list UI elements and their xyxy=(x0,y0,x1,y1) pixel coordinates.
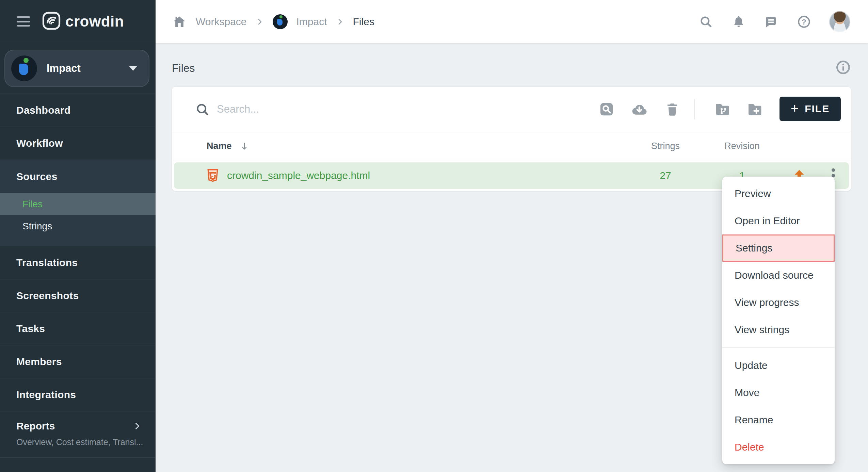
search-icon[interactable] xyxy=(698,14,713,29)
menu-item-settings[interactable]: Settings xyxy=(722,234,835,262)
user-avatar[interactable] xyxy=(829,11,850,32)
file-name[interactable]: crowdin_sample_webpage.html xyxy=(227,162,370,189)
sidebar-logo-row: crowdin xyxy=(0,0,156,43)
sidebar-item-translations[interactable]: Translations xyxy=(0,246,156,279)
project-name: Impact xyxy=(47,62,81,75)
sidebar-item-members[interactable]: Members xyxy=(0,345,156,378)
project-selector[interactable]: Impact xyxy=(4,50,149,87)
breadcrumb: Workspace Impact Files xyxy=(156,14,374,29)
sidebar-nav: Dashboard Workflow Sources Files Strings… xyxy=(0,94,156,458)
menu-item-rename[interactable]: Rename xyxy=(722,406,835,434)
file-strings-count: 27 xyxy=(631,162,700,189)
add-file-button-label: FILE xyxy=(805,103,830,115)
search-input[interactable] xyxy=(217,98,523,121)
chevron-right-icon xyxy=(132,421,142,431)
menu-item-delete[interactable]: Delete xyxy=(722,434,835,461)
info-icon[interactable] xyxy=(835,60,851,77)
caret-down-icon xyxy=(129,66,137,71)
sidebar-item-dashboard[interactable]: Dashboard xyxy=(0,94,156,127)
menu-item-view-progress[interactable]: View progress xyxy=(722,289,835,316)
add-file-button[interactable]: + FILE xyxy=(779,97,841,121)
reports-subtitle: Overview, Cost estimate, Transl... xyxy=(16,437,142,447)
messages-icon[interactable] xyxy=(764,14,779,29)
home-icon[interactable] xyxy=(172,14,187,29)
toolbar-divider xyxy=(694,99,695,119)
search-icon xyxy=(195,102,210,118)
topbar: Workspace Impact Files ? xyxy=(156,0,868,43)
help-icon[interactable]: ? xyxy=(797,14,811,29)
sidebar-item-files[interactable]: Files xyxy=(0,193,156,215)
chevron-right-icon xyxy=(256,18,264,26)
column-header-name[interactable]: Name xyxy=(207,141,232,151)
notifications-bell-icon[interactable] xyxy=(731,14,746,29)
column-header-strings[interactable]: Strings xyxy=(631,132,700,160)
sidebar-item-tasks[interactable]: Tasks xyxy=(0,312,156,345)
reports-label: Reports xyxy=(16,420,55,432)
crowdin-logo-text: crowdin xyxy=(65,13,124,30)
menu-item-preview[interactable]: Preview xyxy=(722,180,835,207)
sidebar-item-workflow[interactable]: Workflow xyxy=(0,127,156,160)
menu-item-move[interactable]: Move xyxy=(722,379,835,406)
sidebar-sources-block: Sources Files Strings xyxy=(0,160,156,246)
menu-item-open-in-editor[interactable]: Open in Editor xyxy=(722,207,835,234)
branch-folder-icon[interactable] xyxy=(713,100,731,118)
files-card: + FILE Name Strings Revision 5 crowdin_s… xyxy=(172,87,851,191)
files-toolbar: + FILE xyxy=(172,87,851,132)
sidebar-item-strings[interactable]: Strings xyxy=(0,215,156,237)
project-avatar xyxy=(11,55,37,81)
svg-text:?: ? xyxy=(802,17,806,26)
add-folder-icon[interactable] xyxy=(746,100,763,118)
menu-item-download-source[interactable]: Download source xyxy=(722,262,835,289)
sidebar-item-integrations[interactable]: Integrations xyxy=(0,378,156,411)
page-title: Files xyxy=(172,62,195,75)
sidebar-item-sources[interactable]: Sources xyxy=(0,160,156,193)
svg-text:5: 5 xyxy=(211,172,214,179)
breadcrumb-project-avatar xyxy=(273,14,288,29)
html5-file-icon: 5 xyxy=(205,168,220,184)
breadcrumb-current: Files xyxy=(353,16,374,28)
column-header-revision[interactable]: Revision xyxy=(708,132,776,160)
preview-file-icon[interactable] xyxy=(598,100,615,118)
page-header: Files xyxy=(172,57,851,79)
menu-item-view-strings[interactable]: View strings xyxy=(722,316,835,343)
trash-icon[interactable] xyxy=(663,100,681,118)
sort-descending-icon[interactable] xyxy=(239,141,250,151)
sidebar-item-screenshots[interactable]: Screenshots xyxy=(0,279,156,312)
hamburger-menu-icon[interactable] xyxy=(17,16,30,27)
sidebar: crowdin Impact Dashboard Workflow Source… xyxy=(0,0,156,472)
breadcrumb-workspace[interactable]: Workspace xyxy=(196,16,247,28)
chevron-right-icon xyxy=(336,18,344,26)
project-selector-zone: Impact xyxy=(0,43,156,94)
menu-item-update[interactable]: Update xyxy=(722,352,835,379)
breadcrumb-project[interactable]: Impact xyxy=(296,16,327,28)
plus-icon: + xyxy=(791,101,799,115)
topbar-actions: ? xyxy=(698,11,868,32)
file-context-menu: Preview Open in Editor Settings Download… xyxy=(722,177,835,464)
menu-divider xyxy=(722,347,835,348)
crowdin-logo-icon xyxy=(42,12,61,31)
sidebar-item-reports[interactable]: Reports Overview, Cost estimate, Transl.… xyxy=(0,411,156,458)
table-header: Name Strings Revision xyxy=(172,132,851,160)
download-icon[interactable] xyxy=(630,100,648,118)
